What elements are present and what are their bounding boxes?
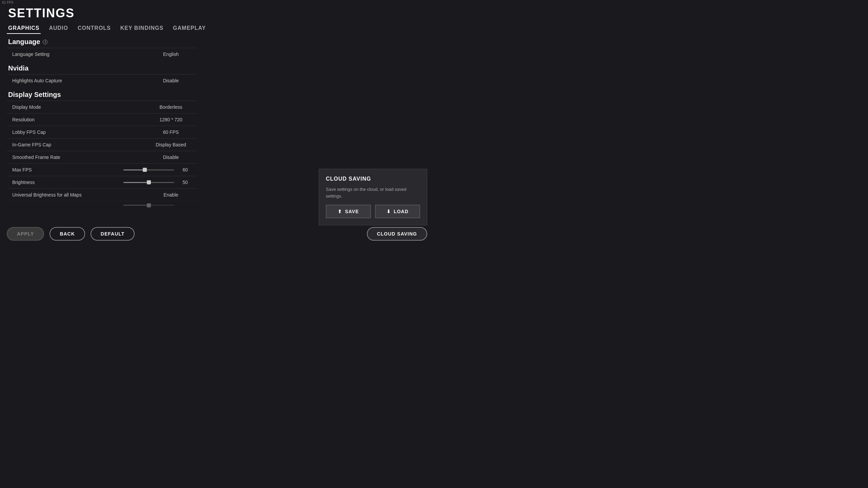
setting-row-display-mode[interactable]: Display Mode Borderless	[7, 101, 197, 113]
setting-row-resolution[interactable]: Resolution 1280 * 720	[7, 113, 197, 126]
extra-slider-container	[123, 205, 191, 206]
section-language-title: Language i	[7, 38, 197, 46]
tab-gameplay[interactable]: GAMEPLAY	[172, 23, 207, 33]
section-nvidia-title: Nvidia	[7, 64, 197, 72]
tabs-nav: GRAPHICS AUDIO CONTROLS KEY BINDINGS GAM…	[7, 23, 207, 33]
section-display-title: Display Settings	[7, 91, 197, 99]
language-info-icon[interactable]: i	[43, 40, 47, 44]
lobby-fps-label: Lobby FPS Cap	[12, 129, 46, 135]
brightness-slider-container: 50	[123, 180, 191, 185]
cloud-saving-popup-title: CLOUD SAVING	[326, 176, 420, 182]
cloud-saving-popup-buttons: ⬆ Save ⬇ Load	[326, 205, 420, 218]
extra-slider-fill	[123, 205, 149, 206]
cloud-saving-popup: CLOUD SAVING Save settings on the cloud,…	[319, 169, 427, 225]
highlights-value[interactable]: Disable	[151, 78, 191, 83]
download-icon: ⬇	[387, 209, 391, 214]
language-setting-label: Language Setting	[12, 52, 50, 57]
ingame-fps-value[interactable]: Display Based	[151, 142, 191, 147]
lobby-fps-value[interactable]: 60 FPS	[151, 129, 191, 135]
tab-controls[interactable]: CONTROLS	[76, 23, 112, 33]
setting-row-lobby-fps[interactable]: Lobby FPS Cap 60 FPS	[7, 126, 197, 138]
language-setting-value[interactable]: English	[151, 52, 191, 57]
extra-slider-thumb[interactable]	[147, 203, 151, 207]
display-mode-value[interactable]: Borderless	[151, 104, 191, 110]
setting-row-smoothed[interactable]: Smoothed Frame Rate Disable	[7, 151, 197, 163]
ingame-fps-label: In-Game FPS Cap	[12, 142, 51, 147]
max-fps-label: Max FPS	[12, 167, 32, 172]
upload-icon: ⬆	[338, 209, 342, 214]
resolution-label: Resolution	[12, 117, 35, 122]
setting-row-highlights[interactable]: Highlights Auto Capture Disable	[7, 74, 197, 87]
cloud-save-button[interactable]: ⬆ Save	[326, 205, 371, 218]
extra-slider-track[interactable]	[123, 205, 174, 206]
tab-graphics[interactable]: GRAPHICS	[7, 23, 41, 33]
brightness-slider-thumb[interactable]	[147, 180, 151, 184]
smoothed-value[interactable]: Disable	[151, 155, 191, 160]
max-fps-slider-track[interactable]	[123, 169, 174, 170]
setting-row-brightness[interactable]: Brightness 50	[7, 176, 197, 188]
brightness-label: Brightness	[12, 180, 35, 185]
tab-keybindings[interactable]: KEY BINDINGS	[119, 23, 165, 33]
setting-row-language[interactable]: Language Setting English	[7, 48, 197, 60]
universal-brightness-value[interactable]: Enable	[151, 192, 191, 198]
page-title: SETTINGS	[8, 6, 75, 20]
tab-audio[interactable]: AUDIO	[47, 23, 70, 33]
highlights-label: Highlights Auto Capture	[12, 78, 62, 83]
settings-panel: Language i Language Setting English Nvid…	[7, 34, 197, 224]
fps-counter: 61 FPS	[2, 1, 13, 4]
apply-button[interactable]: APPLY	[7, 227, 44, 241]
default-button[interactable]: DEFAULT	[91, 227, 135, 241]
setting-row-universal-brightness[interactable]: Universal Brightness for all Maps Enable	[7, 188, 197, 201]
max-fps-slider-thumb[interactable]	[143, 168, 147, 172]
max-fps-slider-container: 60	[123, 167, 191, 172]
brightness-slider-fill	[123, 182, 149, 183]
brightness-slider-track[interactable]	[123, 182, 174, 183]
brightness-value: 50	[178, 180, 188, 185]
nvidia-rows: Highlights Auto Capture Disable	[7, 74, 197, 87]
setting-row-max-fps[interactable]: Max FPS 60	[7, 163, 197, 176]
smoothed-label: Smoothed Frame Rate	[12, 155, 60, 160]
max-fps-value: 60	[178, 167, 188, 172]
cloud-load-button[interactable]: ⬇ Load	[375, 205, 420, 218]
universal-brightness-label: Universal Brightness for all Maps	[12, 192, 82, 198]
setting-row-ingame-fps[interactable]: In-Game FPS Cap Display Based	[7, 138, 197, 151]
display-rows: Display Mode Borderless Resolution 1280 …	[7, 101, 197, 209]
bottom-bar: APPLY BACK DEFAULT	[7, 227, 135, 241]
setting-row-extra[interactable]	[7, 201, 197, 209]
back-button[interactable]: BACK	[50, 227, 85, 241]
resolution-value[interactable]: 1280 * 720	[151, 117, 191, 122]
max-fps-slider-fill	[123, 169, 145, 170]
language-rows: Language Setting English	[7, 48, 197, 60]
cloud-saving-button[interactable]: CLOUD SAVING	[367, 227, 427, 241]
cloud-saving-popup-desc: Save settings on the cloud, or load save…	[326, 186, 420, 199]
display-mode-label: Display Mode	[12, 104, 41, 110]
